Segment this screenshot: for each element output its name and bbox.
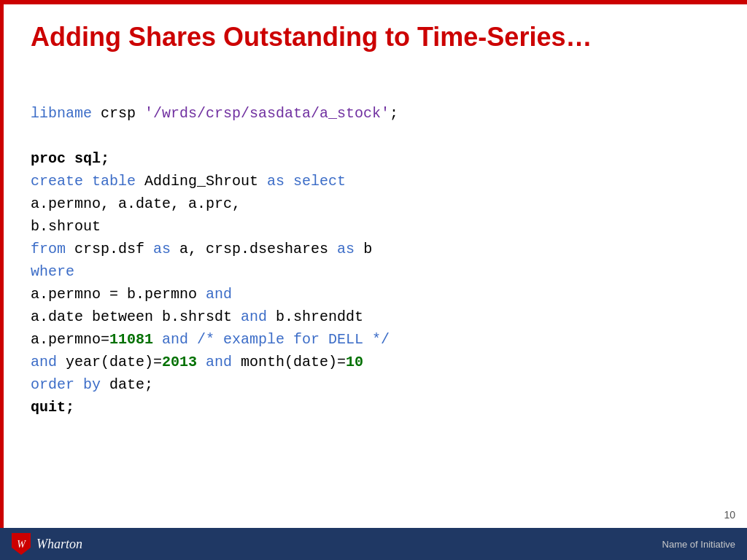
wharton-shield-icon: W	[12, 533, 31, 555]
footer-logo: W Wharton	[12, 533, 82, 555]
keyword-and5: and	[197, 354, 232, 370]
code-month: month(date)=	[232, 354, 346, 370]
code-from-b-alias: b	[355, 241, 372, 257]
code-semi1: ;	[390, 105, 398, 122]
code-fields2: b.shrout	[31, 218, 101, 235]
code-from-a: crsp.dsf	[66, 241, 153, 257]
code-permno: a.permno=	[31, 331, 109, 348]
code-cond1: a.permno = b.permno	[31, 286, 206, 303]
keyword-and2: and	[241, 308, 267, 325]
code-comment: /* example for DELL */	[197, 331, 390, 348]
page-title: Adding Shares Outstanding to Time-Series…	[31, 22, 716, 52]
keyword-create-table: create table	[31, 173, 136, 190]
keyword-as-select: as select	[267, 173, 346, 190]
code-order-date: date;	[101, 376, 153, 393]
code-line-from: from crsp.dsf as a, crsp.dseshares as b	[31, 238, 716, 260]
svg-text:W: W	[17, 539, 26, 550]
keyword-as2: as	[337, 241, 355, 257]
code-fields1: a.permno, a.date, a.prc,	[31, 195, 241, 212]
code-line-cond1: a.permno = b.permno and	[31, 283, 716, 306]
code-line-fields1: a.permno, a.date, a.prc,	[31, 192, 716, 215]
keyword-libname: libname	[31, 105, 92, 122]
keyword-order-by: order by	[31, 376, 101, 393]
keyword-where: where	[31, 263, 74, 280]
code-num-11081: 11081	[109, 331, 153, 348]
code-cond2b: b.shrenddt	[267, 308, 363, 325]
code-crsp: crsp	[92, 105, 144, 122]
keyword-proc-sql: proc sql	[31, 150, 101, 167]
keyword-as1: as	[153, 241, 171, 257]
page-number: 10	[724, 509, 735, 521]
footer: W Wharton Name of Initiative	[0, 528, 747, 560]
code-line-cond2: a.date between b.shrsdt and b.shrenddt	[31, 306, 716, 328]
keyword-and1: and	[206, 286, 232, 303]
code-num-2013: 2013	[162, 354, 197, 370]
keyword-and4: and	[31, 354, 57, 370]
code-table-name: Adding_Shrout	[136, 173, 267, 190]
code-line-fields2: b.shrout	[31, 215, 716, 238]
code-line-where: where	[31, 260, 716, 283]
code-line-1: libname crsp '/wrds/crsp/sasdata/a_stock…	[31, 102, 716, 125]
code-block: libname crsp '/wrds/crsp/sasdata/a_stock…	[31, 102, 716, 419]
code-semi-quit: ;	[66, 399, 74, 416]
slide: Adding Shares Outstanding to Time-Series…	[0, 0, 747, 560]
code-line-create: create table Adding_Shrout as select	[31, 170, 716, 192]
code-year: year(date)=	[57, 354, 162, 370]
code-semi2: ;	[101, 150, 109, 167]
keyword-from: from	[31, 241, 66, 257]
top-border	[0, 0, 747, 4]
left-accent	[0, 0, 4, 528]
code-cond2: a.date between b.shrsdt	[31, 308, 241, 325]
code-line-cond4: and year(date)=2013 and month(date)=10	[31, 351, 716, 373]
code-line-blank	[31, 125, 716, 147]
code-num-10: 10	[346, 354, 363, 370]
code-line-quit: quit;	[31, 396, 716, 419]
code-line-procsql: proc sql;	[31, 147, 716, 170]
footer-logo-text: Wharton	[36, 537, 82, 552]
code-from-b: a, crsp.dseshares	[171, 241, 337, 257]
footer-initiative-label: Name of Initiative	[662, 539, 735, 550]
code-path: '/wrds/crsp/sasdata/a_stock'	[144, 105, 390, 122]
code-line-order: order by date;	[31, 373, 716, 396]
code-line-cond3: a.permno=11081 and /* example for DELL *…	[31, 328, 716, 351]
keyword-and3: and	[153, 331, 197, 348]
keyword-quit: quit	[31, 399, 66, 416]
